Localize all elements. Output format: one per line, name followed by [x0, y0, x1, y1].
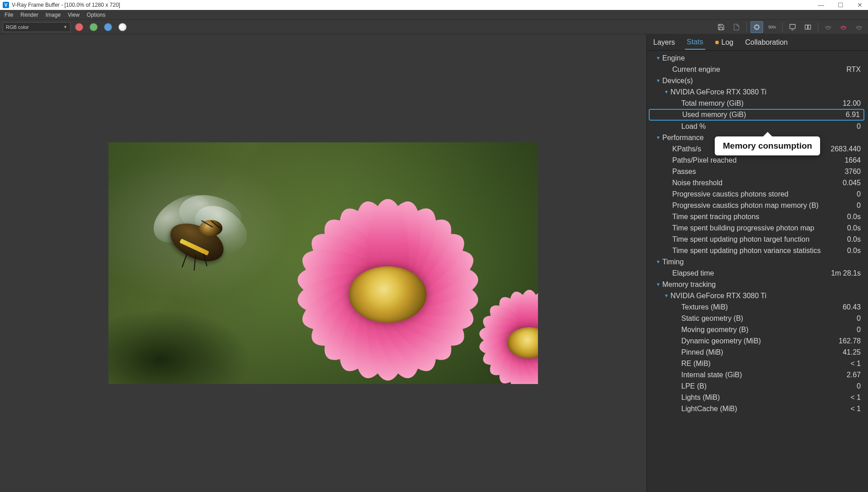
menu-file[interactable]: File: [5, 12, 13, 18]
tab-log[interactable]: Log: [713, 36, 736, 49]
render-viewport[interactable]: [0, 34, 646, 492]
stat-label: Total memory (GiB): [681, 99, 843, 108]
stats-memtrack-device0-group[interactable]: NVIDIA GeForce RTX 3080 Ti: [649, 290, 864, 301]
separator: [782, 23, 783, 32]
stat-label: Time spent tracing photons: [672, 213, 847, 221]
stat-label: Time spent updating photon variance stat…: [672, 247, 847, 255]
stats-tree[interactable]: Engine Current engineRTX Device(s) NVIDI…: [647, 51, 868, 492]
stat-value: 2.67: [847, 371, 863, 379]
minimize-button[interactable]: —: [815, 1, 827, 9]
picker-icon: [789, 23, 796, 31]
save-image-button[interactable]: [715, 21, 727, 33]
svg-rect-7: [808, 25, 811, 29]
channel-mono-swatch[interactable]: [118, 23, 127, 31]
menu-image[interactable]: Image: [46, 12, 61, 18]
stat-label: Elapsed time: [672, 269, 831, 277]
memory-consumption-callout: Memory consumption: [715, 136, 820, 155]
stats-engine-group[interactable]: Engine: [649, 52, 864, 64]
document-icon: [733, 23, 740, 31]
stat-label: Dynamic geometry (MiB): [681, 337, 839, 345]
picker-button[interactable]: [786, 21, 799, 33]
stat-value: 0: [857, 326, 863, 334]
maximize-button[interactable]: ☐: [835, 1, 846, 9]
stat-time-variance: Time spent updating photon variance stat…: [649, 245, 864, 256]
tab-stats[interactable]: Stats: [685, 35, 705, 50]
group-label: NVIDIA GeForce RTX 3080 Ti: [670, 292, 863, 300]
zoom-fit-button[interactable]: 50%: [766, 21, 778, 33]
stats-devices-group[interactable]: Device(s): [649, 75, 864, 86]
stat-label: Internal state (GiB): [681, 371, 847, 379]
compare-button[interactable]: [802, 21, 814, 33]
stat-passes: Passes3760: [649, 166, 864, 177]
stat-value: 0: [857, 382, 863, 390]
save-icon: [717, 23, 725, 31]
crosshair-icon: [753, 23, 760, 31]
chevron-down-icon: ▼: [63, 25, 67, 29]
stat-value: 1664: [844, 156, 863, 164]
bee-subject: [143, 196, 246, 268]
channel-green-swatch[interactable]: [90, 23, 98, 31]
expand-icon: [655, 55, 661, 61]
stat-time-target-fn: Time spent updating photon target functi…: [649, 234, 864, 245]
tab-collaboration[interactable]: Collaboration: [743, 36, 789, 49]
tab-layers[interactable]: Layers: [651, 36, 677, 49]
stat-value: 0.0s: [847, 224, 863, 232]
stat-value: 3760: [844, 168, 863, 176]
group-label: Engine: [662, 54, 863, 62]
expand-icon: [655, 135, 661, 141]
panel-tabs: Layers Stats Log Collaboration: [647, 34, 868, 51]
stat-used-memory: Used memory (GiB)6.91: [649, 109, 864, 121]
stats-timing-group[interactable]: Timing: [649, 256, 864, 267]
stat-value: 60.43: [843, 303, 863, 311]
stat-total-memory: Total memory (GiB)12.00: [649, 98, 864, 109]
stat-label: Passes: [672, 168, 844, 176]
stop-render-button[interactable]: [853, 21, 865, 33]
svg-point-12: [857, 27, 861, 29]
tab-log-label: Log: [722, 38, 734, 47]
stat-re: RE (MiB)< 1: [649, 358, 864, 369]
stat-label: LightCache (MiB): [681, 405, 850, 413]
stat-value: < 1: [850, 394, 863, 402]
menu-view[interactable]: View: [68, 12, 80, 18]
close-button[interactable]: ✕: [854, 1, 865, 9]
stat-value: 0.0s: [847, 235, 863, 244]
menubar: File Render Image View Options: [0, 10, 868, 20]
stat-label: Lights (MiB): [681, 394, 850, 402]
stats-device0-group[interactable]: NVIDIA GeForce RTX 3080 Ti: [649, 86, 864, 98]
stat-moving-geom: Moving geometry (B)0: [649, 324, 864, 335]
stat-label: Paths/Pixel reached: [672, 156, 844, 164]
channel-red-swatch[interactable]: [75, 23, 83, 31]
interactive-render-button[interactable]: [837, 21, 850, 33]
stats-panel: Layers Stats Log Collaboration Engine Cu…: [646, 34, 868, 492]
menu-render[interactable]: Render: [20, 12, 38, 18]
stat-value: 0.0s: [847, 247, 863, 255]
expand-icon: [663, 89, 670, 95]
stat-lightcache: LightCache (MiB)< 1: [649, 403, 864, 414]
svg-point-9: [828, 26, 829, 27]
stat-label: Load %: [681, 122, 857, 131]
channel-blue-swatch[interactable]: [104, 23, 112, 31]
stat-pinned: Pinned (MiB)41.25: [649, 347, 864, 358]
menu-options[interactable]: Options: [87, 12, 105, 18]
load-image-button[interactable]: [730, 21, 743, 33]
separator: [818, 23, 818, 32]
group-label: Timing: [662, 258, 863, 266]
stat-value: 41.25: [843, 348, 863, 356]
region-select-button[interactable]: [750, 21, 763, 33]
stats-memory-tracking-group[interactable]: Memory tracking: [649, 279, 864, 290]
stat-time-tracing: Time spent tracing photons0.0s: [649, 211, 864, 222]
stat-value: 12.00: [843, 99, 863, 108]
expand-icon: [655, 78, 661, 84]
svg-point-11: [843, 26, 844, 27]
teapot-active-icon: [840, 23, 847, 31]
channel-dropdown[interactable]: RGB color ▼: [3, 22, 71, 32]
render-last-button[interactable]: [822, 21, 835, 33]
group-label: Memory tracking: [662, 281, 863, 289]
stat-lpe: LPE (B)0: [649, 380, 864, 392]
stat-value: < 1: [850, 405, 863, 413]
svg-point-8: [826, 27, 830, 29]
titlebar: V V-Ray Frame Buffer - [100.0% of 1280 x…: [0, 0, 868, 10]
group-label: Device(s): [662, 77, 863, 85]
stat-caustics-memory: Progressive caustics photon map memory (…: [649, 200, 864, 211]
window-title: V-Ray Frame Buffer - [100.0% of 1280 x 7…: [12, 2, 120, 8]
